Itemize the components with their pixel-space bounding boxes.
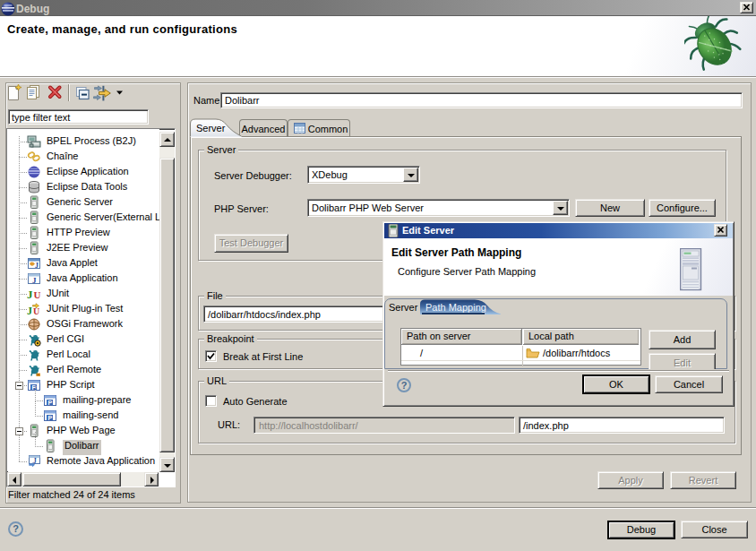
svg-text:J: J bbox=[27, 305, 32, 316]
svg-text:J: J bbox=[32, 276, 37, 285]
svg-text:J: J bbox=[27, 288, 33, 301]
svg-text:J: J bbox=[35, 262, 39, 270]
svg-text:P: P bbox=[48, 400, 53, 406]
svg-text:P: P bbox=[48, 415, 53, 421]
svg-text:J: J bbox=[33, 457, 37, 465]
svg-text:U: U bbox=[34, 289, 41, 300]
